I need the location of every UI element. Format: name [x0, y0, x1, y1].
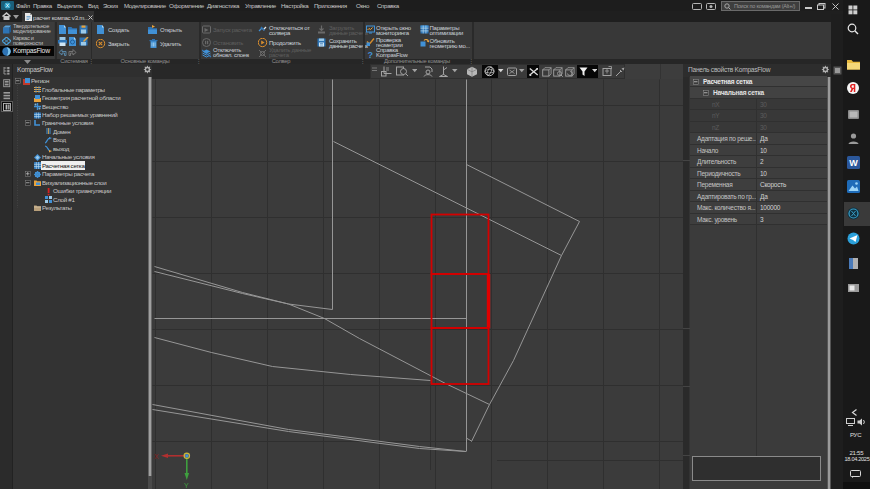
svg-text:X: X: [154, 453, 159, 460]
svg-text:W: W: [849, 158, 858, 168]
svg-text:Y: Y: [184, 482, 189, 489]
svg-text:?: ?: [368, 50, 374, 59]
